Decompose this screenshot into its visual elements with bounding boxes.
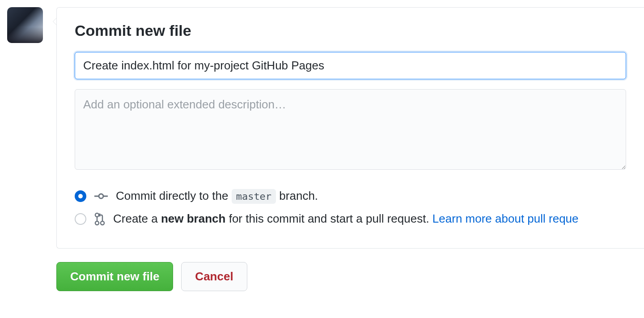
commit-direct-label: Commit directly to the master branch. (116, 189, 318, 203)
commit-summary-input[interactable] (75, 52, 626, 79)
svg-point-4 (95, 221, 99, 225)
radio-commit-direct[interactable] (75, 190, 86, 202)
commit-button[interactable]: Commit new file (56, 262, 173, 291)
panel-title: Commit new file (75, 22, 626, 39)
branch-chip: master (232, 189, 276, 204)
commit-panel: Commit new file Commit directly to the m… (56, 7, 644, 249)
commit-direct-option[interactable]: Commit directly to the master branch. (75, 185, 626, 207)
radio-new-branch[interactable] (75, 213, 86, 225)
avatar[interactable] (7, 7, 43, 43)
new-branch-label: Create a new branch for this commit and … (113, 212, 579, 226)
commit-description-textarea[interactable] (75, 89, 626, 170)
learn-more-link[interactable]: Learn more about pull reque (432, 212, 579, 225)
svg-point-0 (99, 194, 103, 198)
svg-point-5 (101, 221, 104, 225)
actions-bar: Commit new file Cancel (56, 254, 644, 291)
cancel-button[interactable]: Cancel (181, 262, 247, 291)
commit-new-branch-option[interactable]: Create a new branch for this commit and … (75, 207, 626, 230)
git-pull-request-icon (94, 212, 105, 226)
git-commit-icon (94, 191, 108, 201)
